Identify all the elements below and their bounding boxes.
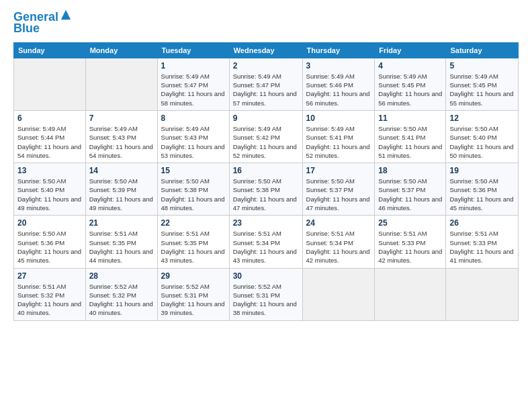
day-number: 28 xyxy=(89,271,154,281)
day-number: 1 xyxy=(161,61,226,71)
day-number: 27 xyxy=(17,271,82,281)
day-number: 25 xyxy=(378,218,442,228)
calendar-cell: 2Sunrise: 5:49 AM Sunset: 5:47 PM Daylig… xyxy=(229,58,302,110)
day-number: 20 xyxy=(17,218,82,228)
calendar-cell: 14Sunrise: 5:50 AM Sunset: 5:39 PM Dayli… xyxy=(85,163,157,216)
day-info: Sunrise: 5:49 AM Sunset: 5:47 PM Dayligh… xyxy=(233,72,299,107)
day-of-week-header: Thursday xyxy=(302,42,375,58)
logo-blue: Blue xyxy=(13,21,40,35)
calendar-cell: 10Sunrise: 5:49 AM Sunset: 5:41 PM Dayli… xyxy=(302,110,375,163)
calendar-week-row: 1Sunrise: 5:49 AM Sunset: 5:47 PM Daylig… xyxy=(14,58,519,110)
day-number: 12 xyxy=(449,113,515,123)
calendar-cell: 21Sunrise: 5:51 AM Sunset: 5:35 PM Dayli… xyxy=(85,216,157,268)
day-number: 2 xyxy=(233,61,299,71)
day-number: 17 xyxy=(306,166,371,175)
day-info: Sunrise: 5:52 AM Sunset: 5:31 PM Dayligh… xyxy=(233,282,299,318)
calendar-cell: 9Sunrise: 5:49 AM Sunset: 5:42 PM Daylig… xyxy=(229,110,302,163)
calendar-week-row: 13Sunrise: 5:50 AM Sunset: 5:40 PM Dayli… xyxy=(14,163,519,216)
day-info: Sunrise: 5:49 AM Sunset: 5:45 PM Dayligh… xyxy=(378,72,442,107)
day-info: Sunrise: 5:49 AM Sunset: 5:46 PM Dayligh… xyxy=(306,72,371,107)
header: General Blue xyxy=(13,11,519,36)
calendar-cell: 23Sunrise: 5:51 AM Sunset: 5:34 PM Dayli… xyxy=(229,216,302,268)
day-number: 24 xyxy=(306,218,371,228)
day-number: 10 xyxy=(306,113,371,123)
calendar-cell: 24Sunrise: 5:51 AM Sunset: 5:34 PM Dayli… xyxy=(302,216,375,268)
day-info: Sunrise: 5:50 AM Sunset: 5:40 PM Dayligh… xyxy=(17,177,82,212)
calendar-cell: 11Sunrise: 5:50 AM Sunset: 5:41 PM Dayli… xyxy=(375,110,446,163)
day-number: 21 xyxy=(89,218,154,228)
day-info: Sunrise: 5:49 AM Sunset: 5:43 PM Dayligh… xyxy=(161,124,226,160)
day-info: Sunrise: 5:50 AM Sunset: 5:36 PM Dayligh… xyxy=(17,229,82,265)
calendar-cell: 1Sunrise: 5:49 AM Sunset: 5:47 PM Daylig… xyxy=(157,58,229,110)
day-number: 14 xyxy=(89,166,154,175)
day-of-week-header: Friday xyxy=(375,42,446,58)
calendar-cell: 5Sunrise: 5:49 AM Sunset: 5:45 PM Daylig… xyxy=(446,58,519,110)
day-number: 18 xyxy=(378,166,442,175)
day-info: Sunrise: 5:51 AM Sunset: 5:34 PM Dayligh… xyxy=(233,229,299,265)
day-number: 4 xyxy=(378,61,442,71)
day-info: Sunrise: 5:51 AM Sunset: 5:33 PM Dayligh… xyxy=(449,229,515,265)
svg-marker-0 xyxy=(61,10,71,19)
day-info: Sunrise: 5:50 AM Sunset: 5:40 PM Dayligh… xyxy=(449,124,515,160)
calendar-cell: 28Sunrise: 5:52 AM Sunset: 5:32 PM Dayli… xyxy=(85,268,157,320)
day-number: 13 xyxy=(17,166,82,175)
day-info: Sunrise: 5:49 AM Sunset: 5:44 PM Dayligh… xyxy=(17,124,82,160)
day-info: Sunrise: 5:51 AM Sunset: 5:32 PM Dayligh… xyxy=(17,282,82,318)
calendar-body: 1Sunrise: 5:49 AM Sunset: 5:47 PM Daylig… xyxy=(14,58,519,320)
calendar-cell: 6Sunrise: 5:49 AM Sunset: 5:44 PM Daylig… xyxy=(14,110,86,163)
calendar-cell: 13Sunrise: 5:50 AM Sunset: 5:40 PM Dayli… xyxy=(14,163,86,216)
day-number: 26 xyxy=(449,218,515,228)
calendar-cell: 8Sunrise: 5:49 AM Sunset: 5:43 PM Daylig… xyxy=(157,110,229,163)
day-info: Sunrise: 5:50 AM Sunset: 5:38 PM Dayligh… xyxy=(233,177,299,212)
logo: General Blue xyxy=(13,11,72,36)
day-info: Sunrise: 5:49 AM Sunset: 5:41 PM Dayligh… xyxy=(306,124,371,160)
day-info: Sunrise: 5:49 AM Sunset: 5:47 PM Dayligh… xyxy=(161,72,226,107)
day-number: 6 xyxy=(17,113,82,123)
day-of-week-header: Sunday xyxy=(14,42,86,58)
calendar-cell: 15Sunrise: 5:50 AM Sunset: 5:38 PM Dayli… xyxy=(157,163,229,216)
day-number: 23 xyxy=(233,218,299,228)
day-info: Sunrise: 5:50 AM Sunset: 5:38 PM Dayligh… xyxy=(161,177,226,212)
day-info: Sunrise: 5:51 AM Sunset: 5:33 PM Dayligh… xyxy=(378,229,442,265)
calendar-cell xyxy=(446,268,519,320)
day-info: Sunrise: 5:50 AM Sunset: 5:37 PM Dayligh… xyxy=(378,177,442,212)
day-number: 9 xyxy=(233,113,299,123)
calendar-cell: 30Sunrise: 5:52 AM Sunset: 5:31 PM Dayli… xyxy=(229,268,302,320)
calendar-cell: 7Sunrise: 5:49 AM Sunset: 5:43 PM Daylig… xyxy=(85,110,157,163)
day-number: 15 xyxy=(161,166,226,175)
day-number: 19 xyxy=(449,166,515,175)
calendar-table: SundayMondayTuesdayWednesdayThursdayFrid… xyxy=(13,42,519,321)
calendar-cell xyxy=(85,58,157,110)
day-number: 8 xyxy=(161,113,226,123)
calendar-cell: 4Sunrise: 5:49 AM Sunset: 5:45 PM Daylig… xyxy=(375,58,446,110)
calendar-week-row: 6Sunrise: 5:49 AM Sunset: 5:44 PM Daylig… xyxy=(14,110,519,163)
calendar-cell: 17Sunrise: 5:50 AM Sunset: 5:37 PM Dayli… xyxy=(302,163,375,216)
day-info: Sunrise: 5:52 AM Sunset: 5:32 PM Dayligh… xyxy=(89,282,154,318)
calendar-cell: 25Sunrise: 5:51 AM Sunset: 5:33 PM Dayli… xyxy=(375,216,446,268)
day-number: 16 xyxy=(233,166,299,175)
day-number: 7 xyxy=(89,113,154,123)
calendar-cell: 19Sunrise: 5:50 AM Sunset: 5:36 PM Dayli… xyxy=(446,163,519,216)
calendar-cell: 18Sunrise: 5:50 AM Sunset: 5:37 PM Dayli… xyxy=(375,163,446,216)
logo-icon xyxy=(60,9,72,21)
calendar-cell xyxy=(14,58,86,110)
day-info: Sunrise: 5:49 AM Sunset: 5:43 PM Dayligh… xyxy=(89,124,154,160)
calendar-cell: 26Sunrise: 5:51 AM Sunset: 5:33 PM Dayli… xyxy=(446,216,519,268)
day-of-week-header: Tuesday xyxy=(157,42,229,58)
calendar-cell: 27Sunrise: 5:51 AM Sunset: 5:32 PM Dayli… xyxy=(14,268,86,320)
day-info: Sunrise: 5:51 AM Sunset: 5:35 PM Dayligh… xyxy=(89,229,154,265)
day-info: Sunrise: 5:51 AM Sunset: 5:35 PM Dayligh… xyxy=(161,229,226,265)
calendar-cell: 29Sunrise: 5:52 AM Sunset: 5:31 PM Dayli… xyxy=(157,268,229,320)
day-info: Sunrise: 5:51 AM Sunset: 5:34 PM Dayligh… xyxy=(306,229,371,265)
day-number: 5 xyxy=(449,61,515,71)
calendar-header: SundayMondayTuesdayWednesdayThursdayFrid… xyxy=(14,42,519,58)
day-number: 29 xyxy=(161,271,226,281)
day-number: 11 xyxy=(378,113,442,123)
header-row: SundayMondayTuesdayWednesdayThursdayFrid… xyxy=(14,42,519,58)
day-of-week-header: Monday xyxy=(85,42,157,58)
calendar-cell xyxy=(375,268,446,320)
day-info: Sunrise: 5:50 AM Sunset: 5:41 PM Dayligh… xyxy=(378,124,442,160)
day-info: Sunrise: 5:50 AM Sunset: 5:36 PM Dayligh… xyxy=(449,177,515,212)
calendar-week-row: 20Sunrise: 5:50 AM Sunset: 5:36 PM Dayli… xyxy=(14,216,519,268)
calendar-cell: 3Sunrise: 5:49 AM Sunset: 5:46 PM Daylig… xyxy=(302,58,375,110)
